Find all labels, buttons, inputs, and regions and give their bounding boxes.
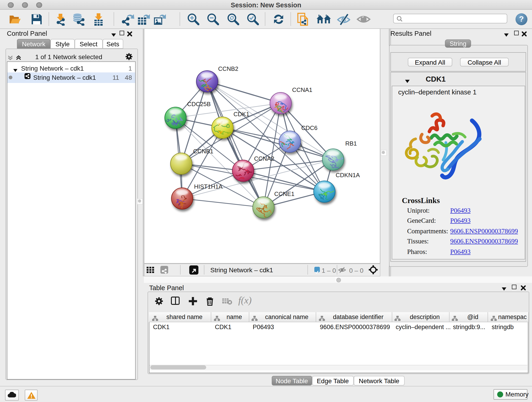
svg-text:HIST1H1A: HIST1H1A: [194, 183, 222, 190]
svg-text:CCNB1: CCNB1: [193, 148, 213, 154]
svg-text:CDC6: CDC6: [301, 124, 317, 131]
svg-text:CDKN1A: CDKN1A: [336, 172, 360, 178]
svg-text:CCNB2: CCNB2: [218, 65, 238, 72]
svg-text:CDK1: CDK1: [233, 110, 249, 117]
svg-text:CCNA1: CCNA1: [292, 86, 312, 93]
svg-text:RB1: RB1: [345, 140, 357, 147]
svg-text:CCNE1: CCNE1: [274, 190, 294, 197]
svg-text:CCNA2: CCNA2: [254, 155, 274, 162]
svg-text:CDC25B: CDC25B: [187, 100, 210, 107]
